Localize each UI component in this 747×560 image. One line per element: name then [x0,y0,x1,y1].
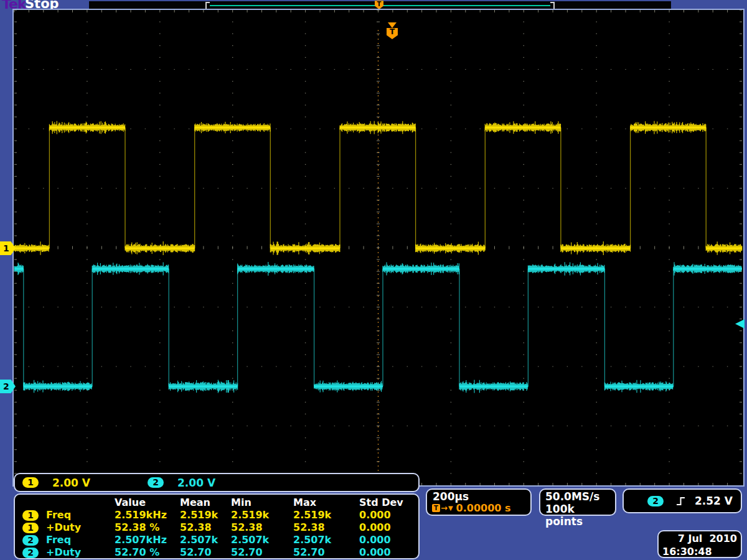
trigger-readout: 2 2.52 V [622,488,742,513]
col-value: Value [115,497,180,508]
waveform-plot [14,10,743,485]
row1-max: 2.519k [293,509,359,521]
acquisition-readout: 50.0MS/s 100k points [539,488,616,516]
row3-std: 0.000 [359,534,418,546]
trigger-position-icon-small: T [375,1,383,9]
row2-channel-badge: 1 [22,523,39,533]
timebase-readout: 200µs T → ▼ 0.00000 s [426,488,532,516]
row1-label: Freq [46,509,115,521]
col-max: Max [293,497,359,508]
channel1-scale: 2.00 V [52,477,90,489]
row1-mean: 2.519k [180,509,231,521]
date-value: 7 Jul 2010 [659,532,741,545]
table-row: 2 +Duty 52.70 % 52.70 52.70 52.70 0.000 [15,546,418,558]
row3-min: 2.507k [231,534,293,546]
trigger-source-badge: 2 [647,496,664,506]
row3-label: Freq [46,534,115,546]
col-mean: Mean [180,497,231,508]
row4-std: 0.000 [359,546,418,558]
row2-value: 52.38 % [115,521,180,533]
channel1-badge: 1 [22,477,39,488]
oscilloscope-screen: { "header": { "logo": "Tek", "acq_status… [0,0,747,560]
channel2-scale: 2.00 V [177,477,215,489]
row2-max: 52.38 [293,521,359,533]
sample-rate: 50.0MS/s [545,490,615,503]
col-min: Min [231,497,293,508]
datetime-readout: 7 Jul 2010 16:30:48 [657,530,742,558]
row2-mean: 52.38 [180,521,231,533]
measurement-table: Value Mean Min Max Std Dev 1 Freq 2.519k… [14,493,420,559]
row4-value: 52.70 % [115,546,180,558]
record-length: 100k points [545,503,615,528]
row3-max: 2.507k [293,534,359,546]
channel-scale-readout: 1 2.00 V 2 2.00 V [14,473,420,492]
row3-value: 2.507kHz [115,534,180,546]
row4-min: 52.70 [231,546,293,558]
row1-channel-badge: 1 [22,510,39,521]
row4-mean: 52.70 [180,546,231,558]
triangle-down-icon: ▼ [448,505,453,511]
trigger-level-value: 2.52 V [695,495,733,507]
rising-edge-slope-icon [676,497,685,506]
row1-std: 0.000 [359,509,418,521]
time-value: 16:30:48 [659,545,741,558]
col-stddev: Std Dev [359,497,418,508]
row3-mean: 2.507k [180,534,231,546]
row3-channel-badge: 2 [22,535,39,546]
row4-channel-badge: 2 [22,548,39,558]
row4-label: +Duty [46,546,115,558]
measurement-header-row: Value Mean Min Max Std Dev [15,496,418,508]
graticule: T [12,9,745,487]
row1-value: 2.519kHz [115,509,180,521]
row2-min: 52.38 [231,521,293,533]
row1-min: 2.519k [231,509,293,521]
row2-std: 0.000 [359,521,418,533]
timebase-scale: 200µs [433,490,530,503]
trigger-t-icon: T [432,504,440,512]
channel2-badge: 2 [148,477,164,488]
table-row: 1 Freq 2.519kHz 2.519k 2.519k 2.519k 0.0… [15,508,418,521]
table-row: 2 Freq 2.507kHz 2.507k 2.507k 2.507k 0.0… [15,533,418,546]
row2-label: +Duty [46,521,115,533]
table-row: 1 +Duty 52.38 % 52.38 52.38 52.38 0.000 [15,521,418,533]
arrow-right-icon: → [441,503,448,513]
trigger-position-value: 0.00000 s [456,502,511,514]
row4-max: 52.70 [293,546,359,558]
